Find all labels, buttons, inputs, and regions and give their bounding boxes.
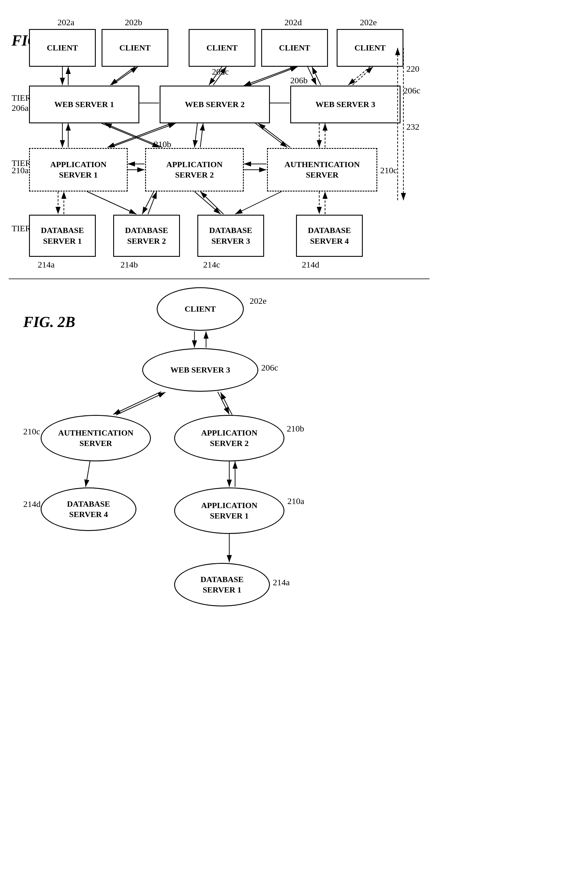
fig2b-ref-214a: 214a [273,577,290,587]
fig2b-webserver3: WEB SERVER 3 [142,348,258,392]
dbserver3: DATABASESERVER 3 [197,215,264,257]
fig2b-client: CLIENT [157,287,244,331]
svg-line-50 [221,392,232,415]
svg-line-32 [87,192,136,214]
webserver1: WEB SERVER 1 [29,86,139,123]
client-202d: CLIENT [261,29,328,67]
fig2b-ref-210b: 210b [287,424,304,433]
fig2b-authserver: AUTHENTICATIONSERVER [41,415,151,461]
ref-202e: 202e [360,17,377,27]
fig2b-appserver2: APPLICATIONSERVER 2 [174,415,284,461]
ref-220: 220 [406,64,419,74]
fig2b-ref-210c: 210c [23,427,40,436]
authserver: AUTHENTICATIONSERVER [267,148,377,192]
dbserver2: DATABASESERVER 2 [113,215,180,257]
svg-line-36 [200,192,224,214]
svg-line-49 [218,392,229,414]
ref-210c: 210c [380,165,397,175]
svg-line-12 [348,67,370,85]
svg-line-25 [258,123,290,147]
webserver3: WEB SERVER 3 [290,86,401,123]
svg-line-16 [101,123,160,147]
ref-202a: 202a [57,17,74,27]
svg-line-8 [244,67,295,86]
svg-line-48 [116,392,165,415]
svg-line-35 [195,192,221,214]
client-202c: CLIENT [189,29,255,67]
fig2b-ref-206c: 206c [261,363,278,373]
svg-line-21 [200,123,203,147]
ref-202c: 202c [212,67,229,77]
svg-line-10 [308,67,316,85]
ref-202b: 202b [125,17,142,27]
svg-line-4 [110,67,135,85]
fig2b-dbserver4: DATABASESERVER 4 [41,488,136,531]
svg-line-13 [353,67,373,85]
svg-line-20 [195,123,197,147]
ref-210a: 210a [12,165,29,175]
svg-line-47 [113,392,161,414]
webserver2: WEB SERVER 2 [160,86,270,123]
svg-line-51 [86,461,90,487]
appserver1: APPLICATIONSERVER 1 [29,148,128,192]
ref-214a: 214a [38,260,54,270]
fig2b-ref-214d: 214d [23,499,41,509]
dbserver1: DATABASESERVER 1 [29,215,96,257]
section-divider [9,279,429,279]
svg-line-11 [312,67,321,85]
ref-206b: 206b [290,76,308,85]
svg-line-33 [142,192,154,214]
ref-214c: 214c [203,260,220,270]
svg-line-5 [112,67,138,85]
ref-210b: 210b [154,139,171,149]
fig2b-dbserver1: DATABASESERVER 1 [174,563,270,606]
fig2b-ref-210a: 210a [287,496,304,506]
client-202e: CLIENT [337,29,404,67]
ref-206c: 206c [404,86,420,95]
ref-206a: 206a [12,103,29,113]
dbserver4: DATABASESERVER 4 [296,215,363,257]
fig2b-label: FIG. 2B [23,313,75,331]
ref-214d: 214d [302,260,319,270]
fig2b-ref-202e: 202e [249,296,266,306]
ref-202d: 202d [284,17,302,27]
svg-line-39 [235,192,281,214]
client-202b: CLIENT [101,29,168,67]
ref-232: 232 [406,122,419,132]
client-202a: CLIENT [29,29,96,67]
svg-line-34 [148,192,157,214]
ref-214b: 214b [121,260,138,270]
svg-line-24 [255,123,287,147]
fig2b-appserver1: APPLICATIONSERVER 1 [174,488,284,534]
appserver2: APPLICATIONSERVER 2 [145,148,244,192]
